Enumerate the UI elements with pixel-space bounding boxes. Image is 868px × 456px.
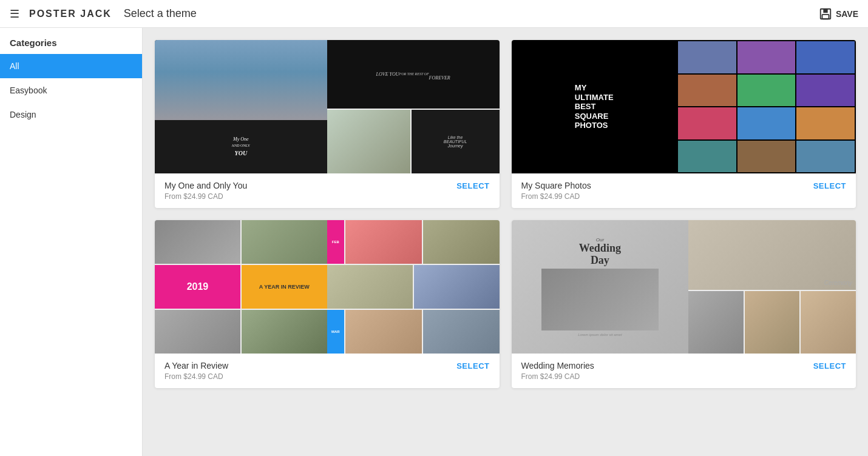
preview-wedding-text: Like theBEAUTIFULJourney [412, 110, 500, 173]
sq-cell-1 [678, 41, 736, 73]
yr-feb-photo-2 [423, 220, 500, 264]
themes-grid-container: My One AND ONLY YOU LOVE YOUFOR THE REST… [143, 28, 868, 456]
sq-cell-6 [796, 75, 855, 107]
theme-card-my-one-and-only-you: My One AND ONLY YOU LOVE YOUFOR THE REST… [155, 40, 500, 208]
preview-beach-photo [327, 110, 410, 173]
yr-photo-5 [327, 265, 413, 309]
yr-photo-1 [155, 220, 240, 264]
theme-preview-square: MYULTIMATEBESTSQUAREPHOTOS [512, 40, 856, 173]
theme-card-year-in-review: 2019 A YEAR IN REVIEW FEB [155, 220, 500, 388]
sidebar-item-design[interactable]: Design [0, 102, 142, 127]
yr-photo-3 [155, 310, 240, 354]
preview-sq-title: MYULTIMATEBESTSQUAREPHOTOS [575, 83, 614, 130]
sidebar-heading: Categories [0, 28, 142, 54]
theme-info-year: A Year in Review From $24.99 CAD SELECT [155, 354, 500, 388]
yr-row-1: FEB [327, 220, 500, 264]
theme-card-wedding-memories: Our WeddingDay Lorem ipsum dolor sit ame… [512, 220, 856, 388]
sq-cell-7 [678, 107, 736, 139]
select-button-square[interactable]: SELECT [813, 181, 846, 190]
preview-couple-photo: My One AND ONLY YOU [155, 40, 327, 173]
yr-mar-photo-1 [345, 310, 422, 354]
svg-rect-2 [822, 14, 829, 18]
preview-year-layout: 2019 A YEAR IN REVIEW FEB [155, 220, 500, 354]
wed-photo-1 [688, 291, 744, 354]
theme-preview-year: 2019 A YEAR IN REVIEW FEB [155, 220, 500, 354]
yr-row-3: MAR [327, 310, 500, 354]
theme-name-wedding: Wedding Memories From $24.99 CAD [521, 361, 594, 381]
save-label: SAVE [836, 9, 858, 19]
preview-love-forever: LOVE YOUFOR THE REST OFFOREVER [327, 40, 500, 109]
sq-cell-3 [796, 41, 855, 73]
theme-name-year: A Year in Review From $24.99 CAD [164, 361, 228, 381]
wed-photo-2 [745, 291, 800, 354]
wed-title-text: Our WeddingDay [579, 237, 621, 267]
preview-sq-text-panel: MYULTIMATEBESTSQUAREPHOTOS [512, 40, 677, 173]
preview-sq-photos-grid [677, 40, 856, 173]
preview-wed-right-panel: Ceremony [688, 220, 856, 354]
sidebar: Categories All Easybook Design [0, 28, 143, 456]
select-button-wedding[interactable]: SELECT [813, 361, 846, 370]
wed-photo-3 [801, 291, 856, 354]
yr-photo-6 [414, 265, 500, 309]
sidebar-item-all[interactable]: All [0, 54, 142, 78]
themes-grid: My One AND ONLY YOU LOVE YOUFOR THE REST… [155, 40, 856, 388]
theme-name-my-one: My One and Only You From $24.99 CAD [164, 181, 247, 201]
header: ☰ POSTER JACK Select a theme SAVE [0, 0, 868, 28]
preview-bottom-row: Like theBEAUTIFULJourney [327, 110, 500, 173]
theme-name-square: My Square Photos From $24.99 CAD [521, 181, 591, 201]
wed-ceremony-label: Ceremony [688, 220, 856, 290]
preview-my-one-layout: My One AND ONLY YOU LOVE YOUFOR THE REST… [155, 40, 500, 173]
preview-wed-left-panel: Our WeddingDay Lorem ipsum dolor sit ame… [512, 220, 689, 354]
sq-cell-11 [737, 141, 796, 173]
theme-info-my-one: My One and Only You From $24.99 CAD SELE… [155, 173, 500, 208]
theme-info-square: My Square Photos From $24.99 CAD SELECT [512, 173, 856, 208]
select-button-my-one[interactable]: SELECT [456, 181, 489, 190]
sq-cell-12 [796, 141, 855, 173]
logo: POSTER JACK [29, 8, 112, 19]
sq-cell-5 [737, 75, 796, 107]
preview-wedding-layout: Our WeddingDay Lorem ipsum dolor sit ame… [512, 220, 856, 354]
select-button-year[interactable]: SELECT [456, 361, 489, 370]
wed-inset-photo [541, 269, 659, 330]
wed-bottom-photos [688, 291, 856, 354]
sq-cell-8 [737, 107, 796, 139]
menu-icon[interactable]: ☰ [10, 7, 19, 21]
logo-text: POSTER JACK [29, 8, 112, 19]
sq-cell-2 [737, 41, 796, 73]
preview-yr-left-grid: 2019 A YEAR IN REVIEW [155, 220, 327, 354]
sidebar-item-easybook[interactable]: Easybook [0, 78, 142, 102]
yr-year-label: 2019 [155, 265, 240, 309]
save-icon [819, 7, 832, 21]
yr-feb-label: FEB [327, 220, 344, 264]
main-layout: Categories All Easybook Design M [0, 28, 868, 456]
yr-mar-label: MAR [327, 310, 344, 354]
svg-rect-1 [823, 8, 827, 12]
theme-preview-my-one: My One AND ONLY YOU LOVE YOUFOR THE REST… [155, 40, 500, 173]
theme-info-wedding: Wedding Memories From $24.99 CAD SELECT [512, 354, 856, 388]
preview-yr-right-col: FEB MAR [327, 220, 500, 354]
yr-mar-photo-2 [423, 310, 500, 354]
yr-feb-photo-1 [345, 220, 422, 264]
sq-cell-10 [678, 141, 736, 173]
preview-right-panels: LOVE YOUFOR THE REST OFFOREVER Like theB… [327, 40, 500, 173]
yr-review-label: A YEAR IN REVIEW [242, 265, 327, 309]
preview-square-layout: MYULTIMATEBESTSQUAREPHOTOS [512, 40, 856, 173]
theme-card-my-square-photos: MYULTIMATEBESTSQUAREPHOTOS [512, 40, 856, 208]
yr-photo-4 [242, 310, 327, 354]
sq-cell-4 [678, 75, 736, 107]
yr-photo-2 [242, 220, 327, 264]
sq-cell-9 [796, 107, 855, 139]
page-title: Select a theme [124, 7, 197, 20]
theme-preview-wedding: Our WeddingDay Lorem ipsum dolor sit ame… [512, 220, 856, 354]
yr-row-2 [327, 265, 500, 309]
save-button[interactable]: SAVE [819, 7, 858, 21]
wed-lorem-text: Lorem ipsum dolor sit amet [578, 333, 622, 337]
